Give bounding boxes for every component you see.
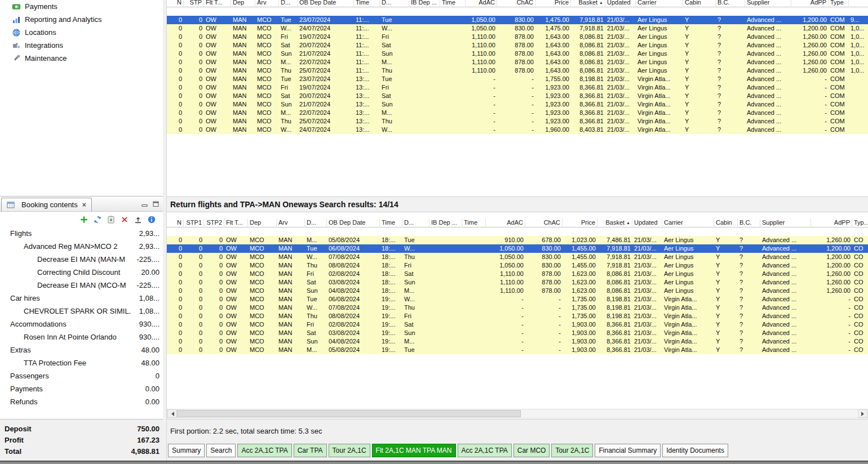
result-row[interactable]: 000OWMCOMANSat03/08/202419:...Sun--1,903… xyxy=(167,329,868,337)
nav-item-payments[interactable]: Payments xyxy=(0,0,163,13)
horizontal-scrollbar[interactable] xyxy=(167,409,868,418)
column-header-d[interactable]: D... xyxy=(279,0,298,7)
column-header-time[interactable]: Time xyxy=(380,218,402,227)
booking-tree-item[interactable]: Refunds0.00 xyxy=(0,395,163,408)
tab-summary[interactable]: Summary xyxy=(168,444,205,457)
result-row[interactable]: 00OWMANMCOSun21/07/202411:...Sun1,110.00… xyxy=(167,50,868,58)
tab-acc-2a-1c-tpa[interactable]: Acc 2A,1C TPA xyxy=(458,444,512,457)
booking-tree-item[interactable]: Decrease EI MAN (MCO-M-225.... xyxy=(0,279,163,292)
column-header-n[interactable]: N xyxy=(167,218,184,227)
booking-tree-item[interactable]: Flights2,93... xyxy=(0,227,163,240)
column-header-updated[interactable]: Updated xyxy=(632,218,662,227)
tab-car-tpa[interactable]: Car TPA xyxy=(294,444,327,457)
result-row[interactable]: 000OWMCOMANFri02/08/202419:...Sat--1,903… xyxy=(167,320,868,329)
column-header-adac[interactable]: AdAC xyxy=(486,218,525,227)
paste-icon[interactable] xyxy=(107,215,116,224)
add-icon[interactable] xyxy=(79,215,88,224)
tab-tour-2a-1c[interactable]: Tour 2A,1C xyxy=(551,444,593,457)
nav-item-maintenance[interactable]: Maintenance xyxy=(0,52,163,65)
export-icon[interactable] xyxy=(134,215,143,224)
result-row[interactable]: 000OWMCOMANM...05/08/202418:...Tue910.00… xyxy=(167,236,868,244)
result-row[interactable]: 000OWMCOMANM...05/08/202419:...Tue--1,90… xyxy=(167,346,868,354)
booking-tree-item[interactable]: Accommodations930.... xyxy=(0,318,163,331)
result-row[interactable]: 00OWMANMCOTue23/07/202411:...Tue1,050.00… xyxy=(167,16,868,24)
column-header-stp2[interactable]: STP2 xyxy=(204,218,224,227)
nav-item-locations[interactable]: Locations xyxy=(0,26,163,39)
column-header-carrier[interactable]: Carrier xyxy=(636,0,683,7)
minimize-icon[interactable] xyxy=(141,201,148,207)
scroll-right-arrow-icon[interactable] xyxy=(858,409,867,418)
tab-tour-2a-1c[interactable]: Tour 2A,1C xyxy=(329,444,370,457)
booking-tree-item[interactable]: Decrease EI MAN (MAN-M-225.... xyxy=(0,253,163,266)
column-header-ob-dep-date[interactable]: OB Dep Date xyxy=(298,0,354,7)
column-header-arv[interactable]: Arv xyxy=(277,218,305,227)
booking-tree-item[interactable]: Extras48.00 xyxy=(0,343,163,356)
result-row[interactable]: 000OWMCOMANSun04/08/202419:...M...--1,90… xyxy=(167,337,868,346)
nav-item-integrations[interactable]: Integrations xyxy=(0,39,163,52)
column-header-price[interactable]: Price xyxy=(535,0,571,7)
tab-identity-documents[interactable]: Identity Documents xyxy=(662,444,728,457)
tab-booking-contents[interactable]: Booking contents × xyxy=(1,198,92,211)
column-header-d[interactable]: D... xyxy=(402,218,429,227)
column-header-flt-t[interactable]: Flt T... xyxy=(224,218,248,227)
column-header-chac[interactable]: ChAC xyxy=(525,218,563,227)
result-row[interactable]: 00OWMANMCOSat20/07/202411:...Sat1,110.00… xyxy=(167,41,868,50)
booking-tree-item[interactable]: Rosen Inn At Pointe Orlando930.... xyxy=(0,331,163,343)
column-header-supplier[interactable]: Supplier xyxy=(745,0,791,7)
column-header-typ[interactable]: Typ... xyxy=(852,218,868,227)
column-header-adpp[interactable]: AdPP xyxy=(811,218,852,227)
result-row[interactable]: 000OWMCOMANW...07/08/202418:...Thu1,050.… xyxy=(167,253,868,261)
result-row[interactable]: 000OWMCOMANSun04/08/202418:...M...1,110.… xyxy=(167,287,868,295)
result-row[interactable]: 000OWMCOMANSat03/08/202418:...Sun1,110.0… xyxy=(167,278,868,287)
result-row[interactable]: 000OWMCOMANFri02/08/202418:...Sat1,110.0… xyxy=(167,270,868,278)
panel-sash[interactable] xyxy=(163,0,167,461)
column-header-basket[interactable]: Basket▲ xyxy=(571,0,605,7)
result-row[interactable]: 000OWMCOMANThu08/08/202419:...Fri--1,735… xyxy=(167,312,868,320)
column-header-b-c[interactable]: B.C. xyxy=(716,0,745,7)
result-row[interactable]: 00OWMANMCOM...22/07/202413:...M...--1,92… xyxy=(167,109,868,117)
booking-tree-item[interactable]: Payments0.00 xyxy=(0,382,163,395)
maximize-icon[interactable] xyxy=(153,201,160,207)
column-header-blank[interactable] xyxy=(849,0,868,7)
scrollbar-thumb[interactable] xyxy=(177,410,521,417)
column-header-arv[interactable]: Arv xyxy=(255,0,279,7)
column-header-cabin[interactable]: Cabin xyxy=(683,0,716,7)
close-icon[interactable]: × xyxy=(82,201,86,209)
column-header-chac[interactable]: ChAC xyxy=(497,0,535,7)
column-header-carrier[interactable]: Carrier xyxy=(662,218,714,227)
column-header-adpp[interactable]: AdPP xyxy=(791,0,829,7)
column-header-n[interactable]: N xyxy=(167,0,184,7)
column-header-stp1[interactable]: STP1 xyxy=(184,218,204,227)
column-header-stp[interactable]: STP xyxy=(184,0,204,7)
result-row[interactable]: 00OWMANMCOFri19/07/202413:...Fri--1,923.… xyxy=(167,83,868,92)
result-row[interactable]: 00OWMANMCOW...24/07/202413:...W...--1,96… xyxy=(167,126,868,134)
refresh-icon[interactable] xyxy=(93,215,102,224)
tab-car-mco[interactable]: Car MCO xyxy=(513,444,550,457)
column-header-d[interactable]: D... xyxy=(305,218,327,227)
column-header-basket[interactable]: Basket▲ xyxy=(597,218,632,227)
column-header-ib-dep[interactable]: IB Dep ... xyxy=(409,0,440,7)
scroll-left-arrow-icon[interactable] xyxy=(167,409,177,418)
booking-tree-item[interactable]: Correcting Child Discount20.00 xyxy=(0,266,163,279)
result-row[interactable]: 000OWMCOMANW...07/08/202419:...Thu--1,73… xyxy=(167,304,868,312)
result-row[interactable]: 00OWMANMCOW...24/07/202411:...W...1,050.… xyxy=(167,24,868,33)
result-row[interactable]: 000OWMCOMANTue06/08/202419:...W...--1,73… xyxy=(167,295,868,304)
column-header-type[interactable]: Type xyxy=(829,0,849,7)
booking-tree-item[interactable]: Advanced Reg MAN>MCO 22,93... xyxy=(0,240,163,253)
result-row[interactable]: 00OWMANMCOM...22/07/202411:...M...1,110.… xyxy=(167,58,868,66)
column-header-price[interactable]: Price xyxy=(563,218,597,227)
column-header-flt-t[interactable]: Flt T... xyxy=(204,0,231,7)
booking-tree-item[interactable]: CHEVROLET SPARK OR SIMIL.1,08... xyxy=(0,305,163,318)
tab-acc-2a-1c-tpa[interactable]: Acc 2A,1C TPA xyxy=(237,444,291,457)
column-header-time[interactable]: Time xyxy=(440,0,466,7)
column-header-d[interactable]: D... xyxy=(380,0,409,7)
column-header-updated[interactable]: Updated xyxy=(605,0,636,7)
column-header-dep[interactable]: Dep xyxy=(231,0,255,7)
result-row[interactable]: 00OWMANMCOFri19/07/202411:...Fri1,110.00… xyxy=(167,33,868,41)
booking-tree-item[interactable]: TTA Protection Fee48.00 xyxy=(0,356,163,369)
column-header-time[interactable]: Time xyxy=(354,0,380,7)
tab-flt-2a-1c-man-tpa-man[interactable]: Flt 2A,1C MAN TPA MAN xyxy=(372,444,456,457)
column-header-ob-dep-date[interactable]: OB Dep Date xyxy=(327,218,380,227)
column-header-b-c[interactable]: B.C. xyxy=(738,218,760,227)
column-header-supplier[interactable]: Supplier xyxy=(760,218,811,227)
